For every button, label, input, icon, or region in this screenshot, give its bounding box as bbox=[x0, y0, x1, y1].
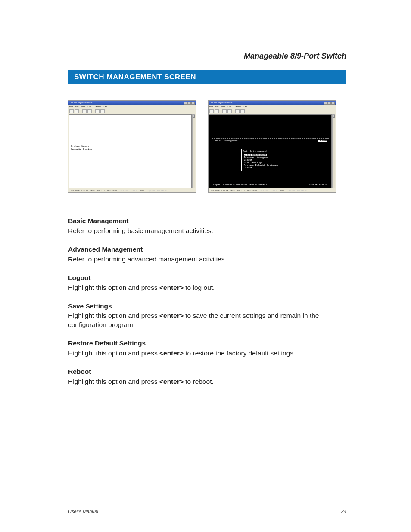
product-name: Manageable 8/9-Port Switch bbox=[68, 52, 346, 61]
status-detect: Auto detect bbox=[90, 190, 101, 192]
status-capture: Capture bbox=[287, 190, 295, 192]
window-toolbar bbox=[209, 109, 336, 114]
toolbar-icon bbox=[82, 109, 87, 113]
definition-term: Basic Management bbox=[68, 217, 346, 226]
screenshot-menu: 119200 - HyperTerminal File Edit View Ca… bbox=[208, 100, 336, 193]
definition-text: Refer to performing advanced management … bbox=[68, 255, 346, 264]
page-footer: User's Manual 24 bbox=[68, 509, 346, 514]
toolbar-icon bbox=[100, 109, 105, 113]
menu-item: Help bbox=[104, 106, 108, 108]
status-detect: Auto detect bbox=[230, 190, 241, 192]
maximize-icon bbox=[327, 102, 331, 105]
toolbar-icon bbox=[87, 109, 92, 113]
terminal-body: /Switch Management admin Switch Manageme… bbox=[209, 114, 332, 188]
status-num: NUM bbox=[280, 190, 284, 192]
screenshot-row: 119200 - HyperTerminal File Edit View Ca… bbox=[68, 100, 346, 193]
window-toolbar bbox=[68, 109, 196, 114]
terminal-breadcrumb: /Switch Management admin bbox=[212, 138, 329, 143]
terminal-body: System Name: Console Login: bbox=[69, 114, 192, 188]
menu-item: Edit bbox=[215, 106, 219, 108]
menu-item: File bbox=[69, 106, 73, 108]
terminal-menu-title: Switch Management bbox=[243, 150, 283, 153]
scrollbar-thumb bbox=[333, 115, 335, 118]
help-keys-prev: <ESC>Previous bbox=[309, 184, 327, 186]
window-menubar: File Edit View Call Transfer Help bbox=[209, 105, 336, 109]
menu-item: Call bbox=[227, 106, 231, 108]
terminal-line: Console Login: bbox=[71, 148, 190, 151]
screenshot-login: 119200 - HyperTerminal File Edit View Ca… bbox=[68, 100, 196, 193]
status-caps: CAPS bbox=[271, 190, 277, 192]
menu-item: Transfer bbox=[93, 106, 101, 108]
definition-text: Highlight this option and press <enter> … bbox=[68, 377, 346, 386]
footer-page-number: 24 bbox=[341, 509, 346, 514]
menu-item: Edit bbox=[75, 106, 79, 108]
breadcrumb-path: /Switch Management bbox=[213, 140, 318, 142]
definition-text: Highlight this option and press <enter> … bbox=[68, 349, 346, 358]
window-titlebar: 119200 - HyperTerminal bbox=[68, 101, 196, 105]
minimize-icon bbox=[324, 102, 327, 105]
toolbar-icon bbox=[235, 109, 240, 113]
status-print: Print echo bbox=[297, 190, 307, 192]
status-caps: CAPS bbox=[131, 190, 137, 192]
definition-text: Highlight this option and press <enter> … bbox=[68, 311, 346, 330]
scrollbar bbox=[192, 114, 195, 188]
page: Manageable 8/9-Port Switch SWITCH MANAGE… bbox=[0, 0, 411, 532]
window-menubar: File Edit View Call Transfer Help bbox=[68, 105, 196, 109]
scrollbar-thumb bbox=[193, 115, 195, 118]
scrollbar bbox=[332, 114, 335, 188]
status-bar: Connected 0:01:15 Auto detect 115200 8-N… bbox=[69, 189, 195, 192]
definitions-list: Basic Management Refer to performing bas… bbox=[68, 217, 346, 386]
close-icon bbox=[331, 102, 335, 105]
window-title: 119200 - HyperTerminal bbox=[69, 102, 183, 104]
definition-term: Logout bbox=[68, 274, 346, 283]
terminal-menu: Switch Management Basic Management Advan… bbox=[241, 149, 284, 171]
status-num: NUM bbox=[140, 190, 144, 192]
status-connected: Connected 0:15:14 bbox=[210, 190, 228, 192]
terminal-menu-items: Basic Management Advanced Management Log… bbox=[243, 154, 283, 169]
status-rate: 115200 8-N-1 bbox=[244, 190, 258, 192]
status-connected: Connected 0:01:15 bbox=[70, 190, 88, 192]
status-rate: 115200 8-N-1 bbox=[104, 190, 118, 192]
toolbar-icon bbox=[240, 109, 245, 113]
close-icon bbox=[191, 102, 195, 105]
definition-term: Save Settings bbox=[68, 302, 346, 311]
window-titlebar: 119200 - HyperTerminal bbox=[209, 101, 336, 105]
maximize-icon bbox=[187, 102, 191, 105]
definition-text: Highlight this option and press <enter> … bbox=[68, 283, 346, 292]
help-keys-move: <UpArrow><DownArrow>Move <Enter>Select bbox=[213, 184, 309, 186]
footer-rule bbox=[68, 506, 346, 506]
definition-term: Advanced Management bbox=[68, 245, 346, 254]
menu-item: File bbox=[209, 106, 213, 108]
status-bar: Connected 0:15:14 Auto detect 115200 8-N… bbox=[209, 189, 335, 192]
menu-item: Help bbox=[244, 106, 248, 108]
section-heading: SWITCH MANAGEMENT SCREEN bbox=[68, 70, 346, 84]
definition-term: Restore Default Settings bbox=[68, 339, 346, 348]
toolbar-icon bbox=[75, 109, 79, 113]
definition-term: Reboot bbox=[68, 367, 346, 376]
footer-doc-title: User's Manual bbox=[68, 509, 341, 514]
status-scroll: SCROLL bbox=[120, 190, 128, 192]
definition-text: Refer to performing basic management act… bbox=[68, 227, 346, 236]
status-capture: Capture bbox=[147, 190, 155, 192]
toolbar-icon bbox=[69, 109, 74, 113]
toolbar-icon bbox=[215, 109, 219, 113]
menu-item: View bbox=[81, 106, 86, 108]
terminal-help-line: <UpArrow><DownArrow>Move <Enter>Select <… bbox=[212, 183, 329, 186]
current-user: admin bbox=[318, 140, 327, 142]
menu-item: View bbox=[221, 106, 226, 108]
toolbar-icon bbox=[95, 109, 100, 113]
status-scroll: SCROLL bbox=[260, 190, 268, 192]
toolbar-icon bbox=[222, 109, 227, 113]
minimize-icon bbox=[184, 102, 187, 105]
window-title: 119200 - HyperTerminal bbox=[209, 102, 323, 104]
status-print: Print echo bbox=[157, 190, 167, 192]
terminal-menu-item: Reboot bbox=[244, 167, 283, 169]
toolbar-icon bbox=[227, 109, 232, 113]
toolbar-icon bbox=[209, 109, 214, 113]
menu-item: Call bbox=[87, 106, 91, 108]
menu-item: Transfer bbox=[234, 106, 241, 108]
